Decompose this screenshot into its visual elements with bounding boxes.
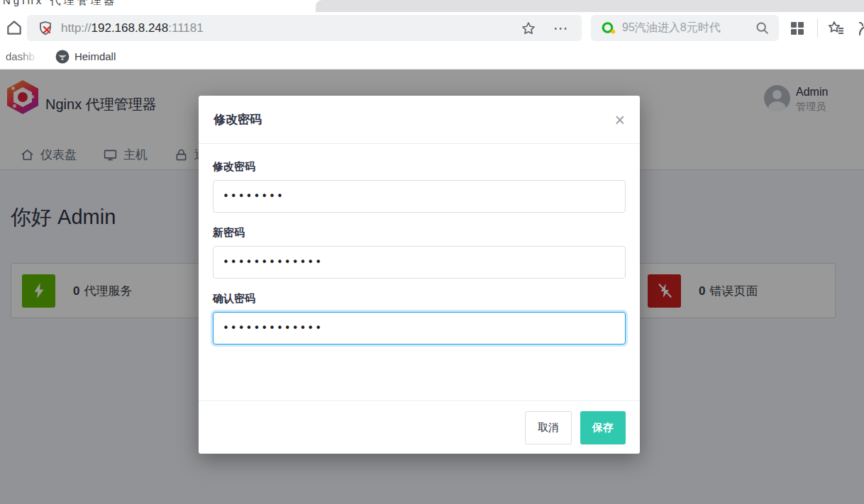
url-host: 192.168.8.248 bbox=[92, 21, 169, 35]
confirm-password-field: 确认密码 bbox=[213, 292, 626, 345]
url-scheme: http:// bbox=[61, 21, 92, 35]
bookmarks-bar: dashb Heimdall bbox=[0, 44, 864, 69]
close-icon[interactable]: × bbox=[614, 113, 625, 127]
new-password-label: 新密码 bbox=[213, 226, 626, 240]
apps-grid-icon[interactable] bbox=[790, 21, 805, 36]
modal-body: 修改密码 新密码 确认密码 bbox=[199, 144, 640, 358]
search-box[interactable]: 95汽油进入8元时代 bbox=[591, 15, 779, 41]
bookmark-star-icon[interactable] bbox=[521, 21, 536, 36]
modal-footer: 取消 保存 bbox=[199, 401, 640, 454]
search-engine-logo-icon bbox=[601, 21, 616, 36]
favorites-list-icon[interactable] bbox=[827, 19, 846, 38]
more-options-icon[interactable]: ⋯ bbox=[553, 25, 569, 32]
url-text: http://192.168.8.248:11181 bbox=[61, 21, 204, 35]
current-password-label: 修改密码 bbox=[213, 160, 626, 174]
search-icon[interactable] bbox=[755, 21, 770, 36]
change-password-modal: 修改密码 × 修改密码 新密码 确认密码 取消 保存 bbox=[199, 96, 640, 454]
current-password-field: 修改密码 bbox=[213, 160, 626, 213]
url-port: :11181 bbox=[168, 21, 203, 35]
page-viewport: Nginx 代理管理器 Admin 管理员 仪表盘 主机 通信规则 你好 Adm… bbox=[0, 69, 864, 504]
cancel-button[interactable]: 取消 bbox=[525, 411, 572, 444]
tab-strip: Nginx 代理管理器 bbox=[0, 0, 864, 12]
current-password-input[interactable] bbox=[213, 180, 626, 213]
tab-strip-background bbox=[316, 0, 864, 12]
address-bar[interactable]: http://192.168.8.248:11181 ⋯ bbox=[27, 15, 582, 41]
browser-toolbar: http://192.168.8.248:11181 ⋯ 95汽油进入8元时代 bbox=[0, 12, 864, 44]
home-icon[interactable] bbox=[5, 18, 23, 37]
confirm-password-input[interactable] bbox=[213, 312, 626, 345]
bookmark-dashb[interactable]: dashb bbox=[6, 50, 35, 62]
heimdall-favicon-icon bbox=[55, 50, 70, 64]
browser-chrome: Nginx 代理管理器 http://192.168.8.248:11181 ⋯… bbox=[0, 0, 864, 69]
new-password-input[interactable] bbox=[213, 246, 626, 279]
save-button[interactable]: 保存 bbox=[580, 411, 626, 444]
insecure-shield-icon[interactable] bbox=[37, 20, 54, 37]
search-placeholder: 95汽油进入8元时代 bbox=[622, 21, 721, 35]
profile-partial-icon[interactable] bbox=[854, 19, 864, 38]
toolbar-divider bbox=[817, 18, 818, 38]
bookmark-heimdall[interactable]: Heimdall bbox=[55, 50, 116, 64]
browser-tab[interactable]: Nginx 代理管理器 bbox=[3, 0, 118, 8]
modal-header: 修改密码 × bbox=[199, 96, 640, 144]
modal-title: 修改密码 bbox=[214, 111, 262, 128]
bookmark-heimdall-label: Heimdall bbox=[74, 50, 116, 62]
confirm-password-label: 确认密码 bbox=[213, 292, 626, 306]
new-password-field: 新密码 bbox=[213, 226, 626, 279]
